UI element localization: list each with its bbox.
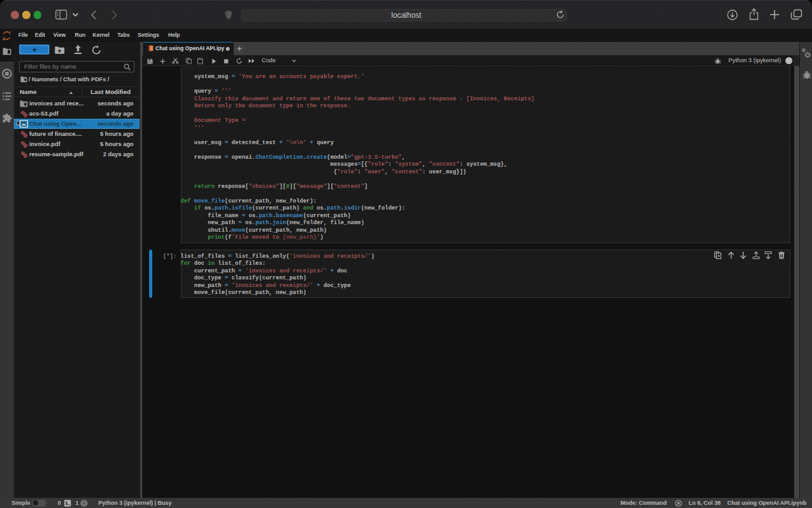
svg-text:$: $: [65, 501, 69, 506]
